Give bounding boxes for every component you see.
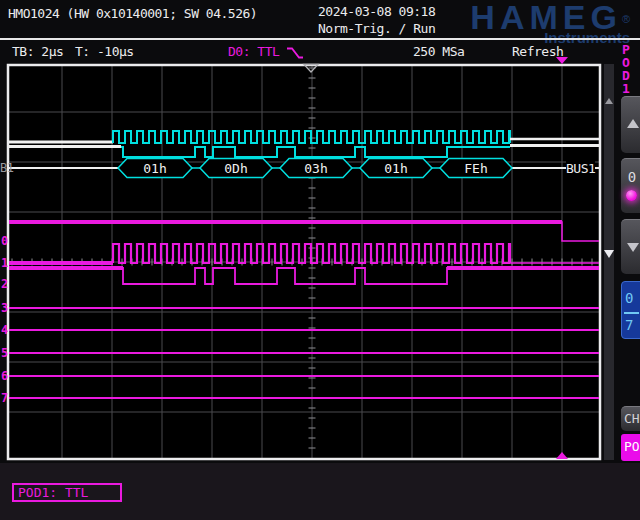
- channel-label-1: 1: [1, 256, 8, 270]
- gridlines: [9, 66, 599, 458]
- falling-edge-icon: [286, 46, 304, 60]
- channel-label-2: 2: [1, 277, 8, 291]
- trace-d1-data: [121, 147, 510, 157]
- ch-button-label: CH: [624, 411, 640, 426]
- up-arrow-icon: [627, 119, 639, 128]
- cursor-bottom-marker-icon: [556, 452, 568, 459]
- selected-channel-value: 0: [621, 169, 640, 185]
- traces: [8, 131, 600, 398]
- bus-decode: 01h0Dh03h01hFEh: [118, 159, 512, 178]
- axis-ticks: [12, 68, 592, 448]
- scrollbar-up-icon[interactable]: [605, 98, 613, 104]
- bus-segment: 01h: [360, 159, 432, 178]
- bus-segment: 03h: [280, 159, 352, 178]
- bus-value: FEh: [464, 161, 487, 176]
- channel-label-0: 0: [1, 234, 8, 248]
- active-channel-indicator-icon: [626, 190, 637, 201]
- pod-status-label: POD1: TTL: [18, 485, 88, 500]
- oscilloscope-screen: HMO1024 (HW 0x10140001; SW 04.526) 2024-…: [0, 0, 640, 520]
- channel-label-7: 7: [1, 391, 8, 405]
- trigger-source-label: D0: TTL: [228, 44, 279, 59]
- bus-value: 01h: [143, 161, 166, 176]
- pod-button-label: PO: [624, 439, 640, 454]
- device-info: HMO1024 (HW 0x10140001; SW 04.526): [8, 6, 257, 21]
- channel-range-button[interactable]: 0 7: [621, 281, 640, 339]
- channel-label-5: 5: [1, 346, 8, 360]
- pod-title-vertical: POD1: [622, 43, 630, 95]
- channel-down-button[interactable]: [621, 219, 640, 274]
- pod-title-letter: 1: [622, 82, 630, 95]
- bus-name-label: BUS1: [566, 161, 595, 176]
- waveform-display: 01h0Dh03h01hFEh: [0, 0, 640, 520]
- bus-segment: FEh: [440, 159, 512, 178]
- selected-channel-button[interactable]: 0: [621, 158, 640, 213]
- channel-label-6: 6: [1, 369, 8, 383]
- channel-label-3: 3: [1, 301, 8, 315]
- acquisition-mode-label: Refresh: [512, 44, 563, 59]
- range-top-value: 0: [625, 290, 633, 306]
- channel-label-4: 4: [1, 323, 8, 337]
- down-arrow-icon: [627, 243, 639, 252]
- header-separator: [0, 38, 640, 40]
- bus-value: 03h: [304, 161, 327, 176]
- bus-value: 0Dh: [224, 161, 247, 176]
- trigger-status: Norm-Trig. / Run: [318, 21, 435, 36]
- trace-ch1-clock: [113, 244, 510, 263]
- datetime: 2024-03-08 09:18: [318, 4, 435, 19]
- trace-ch0: [8, 222, 600, 241]
- bus-value: 01h: [384, 161, 407, 176]
- markers: [304, 57, 614, 459]
- bus-segment: 01h: [118, 159, 192, 178]
- range-bottom-value: 7: [625, 317, 633, 333]
- trace-d0-clock: [113, 131, 510, 143]
- timebase-label: TB: 2µs: [12, 44, 63, 59]
- ch-button[interactable]: CH: [621, 406, 640, 431]
- grid-background: [8, 65, 600, 459]
- registered-mark-icon: ®: [622, 13, 630, 25]
- vertical-scrollbar[interactable]: [604, 64, 614, 460]
- pod-status-box: POD1: TTL: [12, 483, 122, 502]
- pod-button[interactable]: PO: [621, 434, 640, 461]
- range-divider: [624, 312, 639, 314]
- grid-border: [8, 65, 600, 459]
- channel-up-button[interactable]: [621, 96, 640, 153]
- bus-segment: 0Dh: [200, 159, 272, 178]
- trigger-time-label: T: -10µs: [75, 44, 134, 59]
- trigger-position-marker-icon: [304, 65, 318, 73]
- sample-rate-label: 250 MSa: [413, 44, 464, 59]
- trace-ch2: [8, 268, 600, 284]
- bus-left-label: B1: [0, 161, 13, 175]
